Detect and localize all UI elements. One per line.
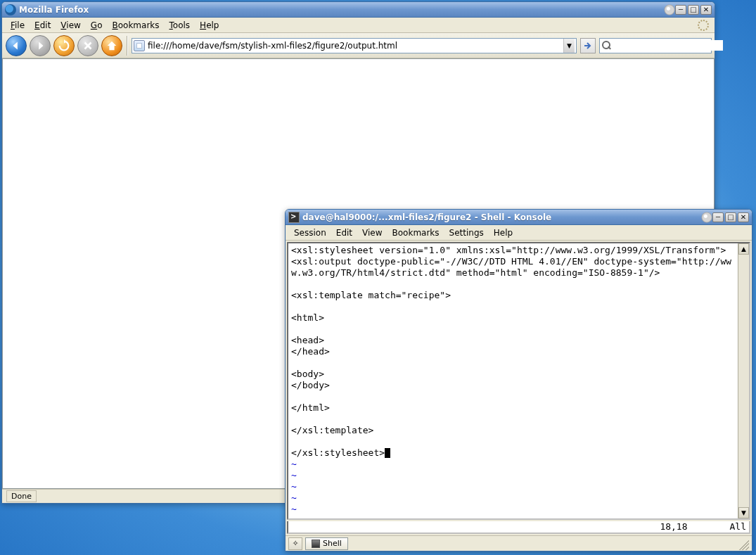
minimize-button[interactable]: ─ (712, 212, 724, 222)
maximize-button[interactable]: □ (688, 5, 699, 15)
menu-help[interactable]: Help (196, 19, 223, 32)
maximize-button[interactable]: □ (725, 212, 736, 222)
menu-settings[interactable]: Settings (445, 227, 488, 239)
url-input[interactable] (148, 41, 563, 51)
konsole-icon (288, 212, 300, 223)
cursor-position: 18,18 (660, 521, 729, 532)
kde-swirl-icon (701, 212, 712, 223)
forward-button[interactable] (30, 35, 51, 56)
firefox-title: Mozilla Firefox (16, 5, 662, 15)
menu-bookmarks[interactable]: Bookmarks (388, 227, 444, 239)
firefox-icon (5, 4, 16, 15)
konsole-title: dave@hal9000:/...xml-files2/figure2 - Sh… (300, 212, 700, 222)
go-button[interactable] (580, 38, 596, 53)
menu-tools[interactable]: Tools (165, 19, 195, 32)
back-button[interactable] (6, 35, 27, 56)
close-button[interactable]: ✕ (738, 212, 749, 222)
terminal-content[interactable]: <xsl:stylesheet version="1.0" xmlns:xsl=… (288, 243, 738, 518)
menu-help[interactable]: Help (489, 227, 517, 239)
stop-button[interactable] (77, 35, 98, 56)
firefox-menubar: File Edit View Go Bookmarks Tools Help (2, 18, 715, 33)
kde-swirl-icon (664, 4, 675, 15)
tab-shell[interactable]: Shell (305, 537, 348, 550)
reload-button[interactable] (53, 35, 75, 56)
menu-file[interactable]: File (6, 19, 29, 32)
firefox-titlebar[interactable]: Mozilla Firefox ─ □ ✕ (2, 2, 715, 18)
scroll-up-button[interactable]: ▲ (738, 243, 749, 255)
terminal-area[interactable]: <xsl:stylesheet version="1.0" xmlns:xsl=… (287, 242, 750, 520)
home-button[interactable] (101, 35, 122, 56)
throbber-icon (698, 20, 709, 31)
status-text: Done (6, 490, 37, 502)
terminal-statusline: 18,18 All (287, 521, 750, 534)
konsole-menubar: Session Edit View Bookmarks Settings Hel… (286, 225, 752, 241)
menu-edit[interactable]: Edit (30, 19, 55, 32)
menu-bookmarks[interactable]: Bookmarks (108, 19, 163, 32)
scroll-down-button[interactable]: ▼ (738, 507, 749, 518)
menu-edit[interactable]: Edit (332, 227, 357, 239)
new-tab-button[interactable]: ✧ (288, 537, 302, 550)
close-button[interactable]: ✕ (700, 5, 712, 15)
resize-grip[interactable] (736, 537, 749, 550)
url-dropdown-button[interactable]: ▼ (563, 39, 575, 53)
menu-view[interactable]: View (358, 227, 386, 239)
konsole-window: dave@hal9000:/...xml-files2/figure2 - Sh… (285, 209, 752, 551)
shell-tab-icon (312, 540, 320, 548)
minimize-button[interactable]: ─ (675, 5, 686, 15)
search-box[interactable] (599, 38, 712, 53)
scroll-indicator: All (730, 521, 746, 532)
terminal-scrollbar[interactable]: ▲ ▼ (738, 243, 749, 518)
page-icon (134, 40, 145, 51)
cursor (385, 448, 390, 458)
toolbar-separator (127, 36, 128, 56)
menu-go[interactable]: Go (87, 19, 107, 32)
konsole-tabbar: ✧ Shell (286, 535, 752, 551)
scroll-track[interactable] (738, 255, 749, 507)
menu-view[interactable]: View (56, 19, 84, 32)
search-input[interactable] (604, 40, 723, 51)
menu-session[interactable]: Session (290, 227, 331, 239)
firefox-toolbar: ▼ (2, 33, 715, 58)
url-bar[interactable]: ▼ (132, 38, 577, 53)
tab-label: Shell (323, 539, 342, 548)
konsole-titlebar[interactable]: dave@hal9000:/...xml-files2/figure2 - Sh… (286, 210, 752, 225)
